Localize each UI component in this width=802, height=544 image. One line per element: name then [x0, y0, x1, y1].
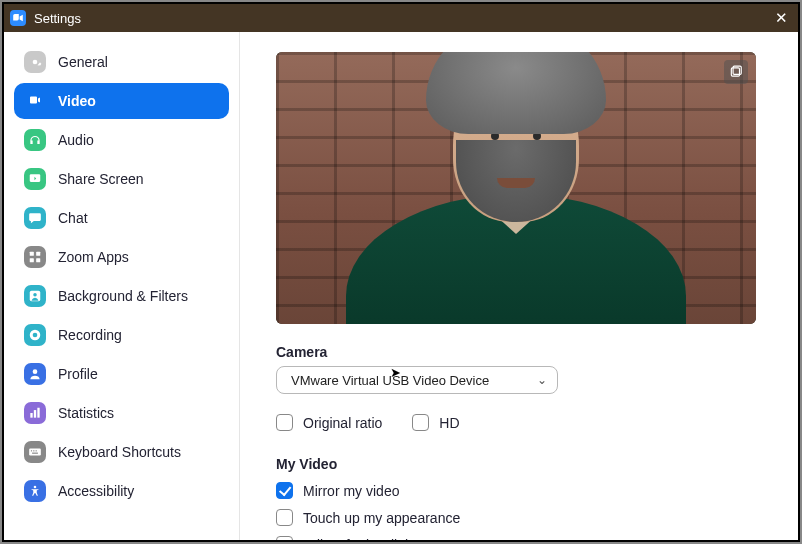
- gear-icon: [24, 51, 46, 73]
- settings-window: Settings ✕ GeneralVideoAudioShare Screen…: [3, 3, 799, 541]
- settings-content-video: Camera VMware Virtual USB Video Device ➤…: [240, 32, 798, 540]
- svg-rect-12: [37, 408, 39, 418]
- settings-sidebar: GeneralVideoAudioShare ScreenChatZoom Ap…: [4, 32, 240, 540]
- low-light-label[interactable]: Adjust for low light: [303, 537, 417, 541]
- sidebar-item-general[interactable]: General: [14, 44, 229, 80]
- video-preview: [276, 52, 756, 324]
- sidebar-item-zoom-apps[interactable]: Zoom Apps: [14, 239, 229, 275]
- low-light-checkbox[interactable]: [276, 536, 293, 540]
- accessibility-icon: [24, 480, 46, 502]
- camera-select-value: VMware Virtual USB Video Device: [291, 373, 537, 388]
- sidebar-item-label: Share Screen: [58, 171, 144, 187]
- svg-rect-15: [33, 450, 34, 451]
- sidebar-item-label: Background & Filters: [58, 288, 188, 304]
- sidebar-item-accessibility[interactable]: Accessibility: [14, 473, 229, 509]
- video-icon: [24, 90, 46, 112]
- chat-icon: [24, 207, 46, 229]
- keyboard-icon: [24, 441, 46, 463]
- apps-icon: [24, 246, 46, 268]
- original-ratio-label[interactable]: Original ratio: [303, 415, 382, 431]
- sidebar-item-video[interactable]: Video: [14, 83, 229, 119]
- svg-point-9: [33, 369, 38, 374]
- chevron-down-icon: ⌄: [537, 373, 547, 387]
- sidebar-item-background-filters[interactable]: Background & Filters: [14, 278, 229, 314]
- svg-rect-2: [36, 252, 40, 256]
- zoom-app-icon: [10, 10, 26, 26]
- camera-select[interactable]: VMware Virtual USB Video Device ➤ ⌄: [276, 366, 558, 394]
- svg-rect-16: [36, 450, 37, 451]
- sidebar-item-label: Recording: [58, 327, 122, 343]
- my-video-section-label: My Video: [276, 456, 768, 472]
- headphones-icon: [24, 129, 46, 151]
- share-screen-icon: [24, 168, 46, 190]
- svg-point-8: [33, 333, 38, 338]
- sidebar-item-label: Statistics: [58, 405, 114, 421]
- original-ratio-checkbox[interactable]: [276, 414, 293, 431]
- sidebar-item-label: Accessibility: [58, 483, 134, 499]
- sidebar-item-label: Zoom Apps: [58, 249, 129, 265]
- sidebar-item-label: Audio: [58, 132, 94, 148]
- mirror-video-label[interactable]: Mirror my video: [303, 483, 399, 499]
- svg-point-6: [33, 293, 37, 297]
- sidebar-item-label: General: [58, 54, 108, 70]
- window-title: Settings: [34, 11, 770, 26]
- sidebar-item-statistics[interactable]: Statistics: [14, 395, 229, 431]
- sidebar-item-label: Profile: [58, 366, 98, 382]
- svg-rect-3: [30, 258, 34, 262]
- statistics-icon: [24, 402, 46, 424]
- preview-person: [346, 74, 686, 324]
- svg-rect-17: [32, 453, 38, 454]
- sidebar-item-share-screen[interactable]: Share Screen: [14, 161, 229, 197]
- touch-up-checkbox[interactable]: [276, 509, 293, 526]
- titlebar: Settings ✕: [4, 4, 798, 32]
- hd-label[interactable]: HD: [439, 415, 459, 431]
- sidebar-item-keyboard-shortcuts[interactable]: Keyboard Shortcuts: [14, 434, 229, 470]
- background-icon: [24, 285, 46, 307]
- sidebar-item-profile[interactable]: Profile: [14, 356, 229, 392]
- camera-section-label: Camera: [276, 344, 768, 360]
- hd-checkbox[interactable]: [412, 414, 429, 431]
- svg-rect-10: [30, 413, 32, 418]
- mouse-cursor-icon: ➤: [390, 365, 401, 380]
- sidebar-item-recording[interactable]: Recording: [14, 317, 229, 353]
- sidebar-item-label: Video: [58, 93, 96, 109]
- sidebar-item-label: Chat: [58, 210, 88, 226]
- svg-rect-4: [36, 258, 40, 262]
- svg-rect-13: [29, 449, 41, 456]
- window-body: GeneralVideoAudioShare ScreenChatZoom Ap…: [4, 32, 798, 540]
- svg-rect-1: [30, 252, 34, 256]
- sidebar-item-chat[interactable]: Chat: [14, 200, 229, 236]
- svg-rect-11: [34, 410, 36, 418]
- touch-up-label[interactable]: Touch up my appearance: [303, 510, 460, 526]
- close-button[interactable]: ✕: [770, 9, 792, 27]
- svg-rect-14: [31, 450, 32, 451]
- rotate-camera-button[interactable]: [724, 60, 748, 84]
- svg-point-18: [34, 486, 37, 489]
- mirror-video-checkbox[interactable]: [276, 482, 293, 499]
- sidebar-item-audio[interactable]: Audio: [14, 122, 229, 158]
- sidebar-item-label: Keyboard Shortcuts: [58, 444, 181, 460]
- profile-icon: [24, 363, 46, 385]
- record-icon: [24, 324, 46, 346]
